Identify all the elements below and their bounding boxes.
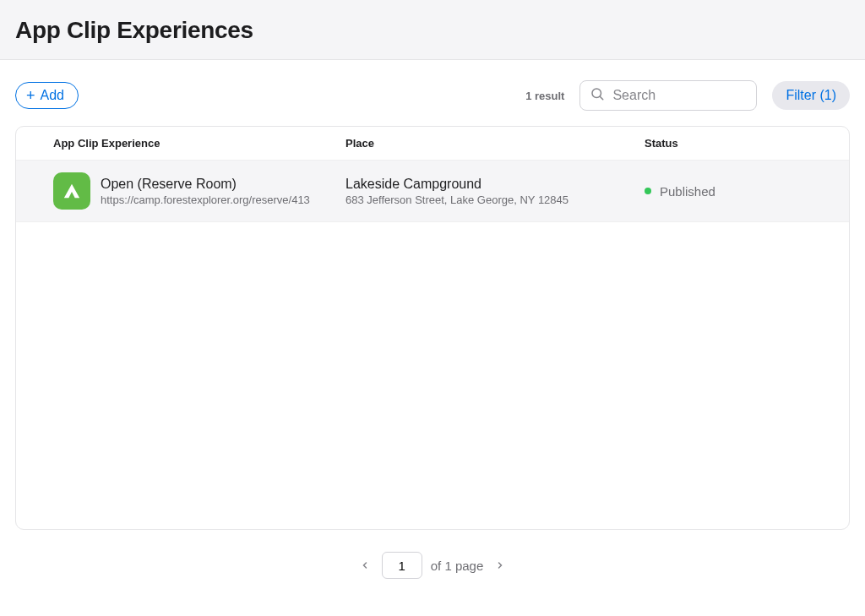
tent-icon: [63, 182, 81, 200]
col-header-experience: App Clip Experience: [16, 137, 345, 150]
search-icon: [590, 86, 605, 105]
app-clip-icon: [53, 172, 90, 210]
place-name: Lakeside Campground: [345, 177, 645, 192]
table-header-row: App Clip Experience Place Status: [16, 127, 849, 160]
status-dot-icon: [645, 188, 651, 194]
svg-line-1: [601, 96, 603, 99]
search-field: [579, 80, 757, 111]
chevron-right-icon: [495, 560, 505, 570]
plus-icon: +: [26, 88, 35, 103]
col-header-place: Place: [345, 137, 645, 150]
status-badge: Published: [645, 184, 849, 199]
svg-point-0: [592, 89, 601, 98]
next-page-button[interactable]: [492, 555, 509, 576]
result-count: 1 result: [525, 90, 564, 102]
add-button-label: Add: [41, 88, 64, 103]
page-title: App Clip Experiences: [15, 17, 850, 44]
experience-url: https://camp.forestexplorer.org/reserve/…: [101, 194, 310, 206]
chevron-left-icon: [360, 560, 370, 570]
table-row[interactable]: Open (Reserve Room) https://camp.foreste…: [16, 160, 849, 222]
filter-button[interactable]: Filter (1): [772, 81, 850, 110]
filter-button-label: Filter (1): [786, 88, 836, 102]
add-button[interactable]: + Add: [15, 82, 79, 109]
status-label: Published: [660, 184, 715, 199]
page-total-label: of 1 page: [431, 559, 484, 573]
prev-page-button[interactable]: [356, 555, 373, 576]
experiences-table: App Clip Experience Place Status Open (R…: [15, 126, 850, 530]
search-input[interactable]: [579, 80, 757, 111]
place-address: 683 Jefferson Street, Lake George, NY 12…: [345, 194, 645, 206]
col-header-status: Status: [645, 137, 849, 150]
experience-title: Open (Reserve Room): [101, 177, 310, 192]
page-number-input[interactable]: [382, 552, 422, 579]
page-header: App Clip Experiences: [0, 0, 865, 60]
toolbar: + Add 1 result Filter (1): [0, 60, 865, 126]
pagination: of 1 page: [0, 552, 865, 579]
